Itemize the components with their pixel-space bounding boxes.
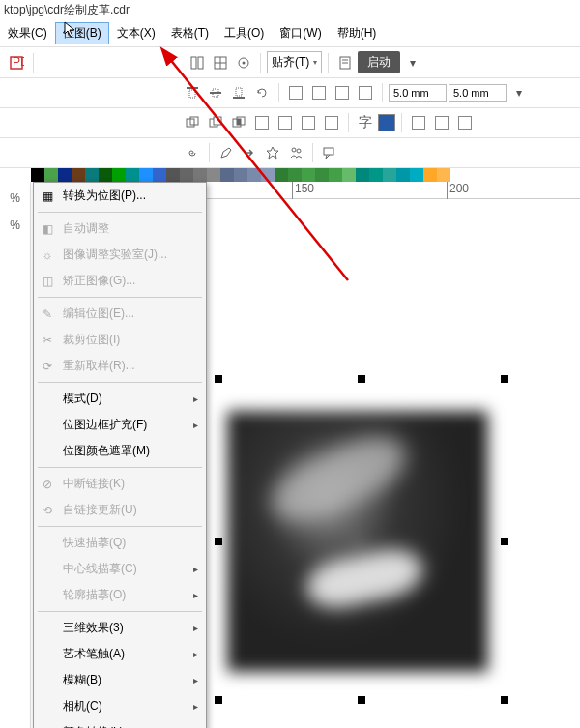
selected-bitmap[interactable]: ✕ <box>227 411 488 672</box>
size-a-input[interactable] <box>389 84 447 102</box>
color-palette[interactable] <box>31 168 450 182</box>
chevron-down-icon[interactable]: ▾ <box>402 52 423 73</box>
color-swatch[interactable] <box>180 168 193 182</box>
extra3-icon[interactable] <box>454 112 476 133</box>
simplify-icon[interactable] <box>251 112 273 133</box>
color-swatch[interactable] <box>220 168 234 182</box>
size-b-input[interactable] <box>449 84 507 102</box>
sel-handle[interactable] <box>215 538 222 545</box>
menu-table[interactable]: 表格(T) <box>163 22 217 44</box>
front-minus-icon[interactable] <box>275 112 296 133</box>
star-icon[interactable] <box>262 142 283 163</box>
sel-handle[interactable] <box>215 696 222 704</box>
color-swatch[interactable] <box>437 168 450 182</box>
title-bar: ktop\jpg\cdr绘制皮革.cdr <box>0 0 580 20</box>
sel-handle[interactable] <box>501 696 508 704</box>
grid-icon[interactable] <box>210 52 231 73</box>
percent-icon[interactable]: % <box>3 186 28 211</box>
extra1-icon[interactable] <box>408 112 429 133</box>
color-swatch[interactable] <box>315 168 329 182</box>
color-swatch[interactable] <box>302 168 315 182</box>
sel-handle[interactable] <box>501 375 508 383</box>
color-swatch[interactable] <box>410 168 423 182</box>
dd-retrace: ⟳重新取样(R)... <box>34 353 206 379</box>
trim-icon[interactable] <box>205 112 226 133</box>
rotate-icon[interactable] <box>251 82 273 103</box>
color-swatch[interactable] <box>139 168 153 182</box>
align-mid-icon[interactable] <box>205 82 226 103</box>
menu-tools[interactable]: 工具(O) <box>217 22 272 44</box>
text-tool-icon[interactable]: 字 <box>355 112 376 133</box>
sel-handle[interactable] <box>358 375 365 383</box>
color-swatch[interactable] <box>369 168 383 182</box>
menu-window[interactable]: 窗口(W) <box>272 22 329 44</box>
launch-button[interactable]: 启动 <box>358 51 400 73</box>
people-icon[interactable] <box>285 142 306 163</box>
color-swatch[interactable] <box>58 168 72 182</box>
snap-combo[interactable]: 贴齐(T) <box>267 51 322 73</box>
dd-mask[interactable]: 位图颜色遮罩(M) <box>34 438 206 464</box>
color-swatch[interactable] <box>72 168 85 182</box>
dd-art[interactable]: 艺术笔触(A) <box>34 641 206 667</box>
color-swatch[interactable] <box>261 168 275 182</box>
dd-blur[interactable]: 模糊(B) <box>34 667 206 693</box>
dist-space-icon[interactable] <box>332 82 353 103</box>
sel-handle[interactable] <box>501 538 508 545</box>
dd-3d[interactable]: 三维效果(3) <box>34 615 206 641</box>
color-swatch[interactable] <box>193 168 207 182</box>
color-swatch[interactable] <box>99 168 112 182</box>
color-swatch[interactable] <box>329 168 342 182</box>
extra2-icon[interactable] <box>431 112 452 133</box>
dd-inflate[interactable]: 位图边框扩充(F) <box>34 412 206 438</box>
boundary-icon[interactable] <box>321 112 342 133</box>
align-top-icon[interactable] <box>182 82 203 103</box>
sel-handle[interactable] <box>215 375 222 383</box>
intersect-icon[interactable] <box>228 112 249 133</box>
menu-help[interactable]: 帮助(H) <box>330 22 385 44</box>
arrow-right-icon[interactable] <box>239 142 260 163</box>
color-swatch[interactable] <box>383 168 396 182</box>
pdf-icon[interactable]: PDF <box>6 52 27 73</box>
color-swatch[interactable] <box>44 168 58 182</box>
color-swatch[interactable] <box>153 168 166 182</box>
color-swatch[interactable] <box>112 168 126 182</box>
percent2-icon[interactable]: % <box>3 213 28 238</box>
dd-camera[interactable]: 相机(C) <box>34 693 206 719</box>
sel-handle[interactable] <box>358 696 365 704</box>
doc-icon[interactable] <box>334 52 356 73</box>
dd-convert-bitmap[interactable]: ▦ 转换为位图(P)... <box>34 183 206 209</box>
color-swatch[interactable] <box>207 168 220 182</box>
fill-blue-swatch[interactable] <box>378 114 395 131</box>
color-swatch[interactable] <box>356 168 369 182</box>
color-swatch[interactable] <box>396 168 410 182</box>
color-swatch[interactable] <box>342 168 356 182</box>
color-swatch[interactable] <box>85 168 99 182</box>
callout-icon[interactable] <box>319 142 340 163</box>
color-swatch[interactable] <box>423 168 437 182</box>
toolbar-align: ▾ <box>0 78 580 108</box>
align-bot-icon[interactable] <box>228 82 249 103</box>
layout-icon[interactable] <box>187 52 208 73</box>
color-swatch[interactable] <box>275 168 288 182</box>
color-swatch[interactable] <box>247 168 261 182</box>
dist-h-icon[interactable] <box>285 82 306 103</box>
weld-icon[interactable] <box>182 112 203 133</box>
dist-v-icon[interactable] <box>308 82 330 103</box>
dd-img-lab: ☼图像调整实验室(J)... <box>34 242 206 268</box>
menu-effects[interactable]: 效果(C) <box>0 22 55 44</box>
menu-text[interactable]: 文本(X) <box>109 22 163 44</box>
spiral-icon[interactable] <box>182 142 203 163</box>
pen-icon[interactable] <box>216 142 237 163</box>
color-swatch[interactable] <box>234 168 247 182</box>
dd-mode[interactable]: 模式(D) <box>34 386 206 412</box>
options-icon[interactable] <box>233 52 254 73</box>
dd-color-trans[interactable]: 颜色转换(L) <box>34 719 206 728</box>
ruler-tick: 200 <box>447 182 469 199</box>
color-swatch[interactable] <box>31 168 44 182</box>
color-swatch[interactable] <box>166 168 180 182</box>
chevron-down-icon[interactable]: ▾ <box>508 82 530 103</box>
dist-center-icon[interactable] <box>355 82 376 103</box>
color-swatch[interactable] <box>288 168 302 182</box>
color-swatch[interactable] <box>126 168 139 182</box>
back-minus-icon[interactable] <box>298 112 319 133</box>
